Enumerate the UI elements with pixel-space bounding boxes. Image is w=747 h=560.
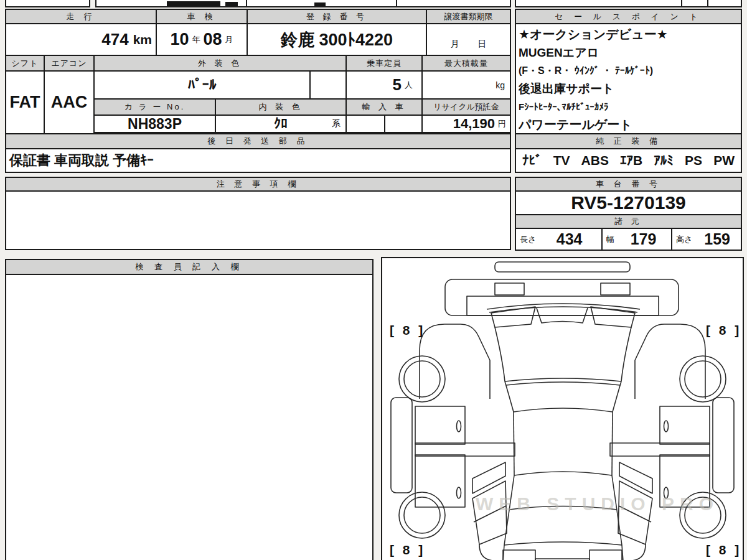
quarter-unfold-upper	[472, 462, 505, 493]
cut-row-fragment	[681, 0, 708, 7]
rear-bumper-notch-right	[590, 550, 622, 560]
recycle-fee-value: 14,190 円	[421, 114, 511, 133]
cut-row-fragment	[396, 0, 511, 7]
capacity-unit: 人	[405, 80, 413, 91]
shift-value: FAT	[5, 70, 45, 134]
exterior-color-sub-cell	[309, 70, 347, 100]
equipment-item: PW	[713, 153, 735, 168]
cut-text-smudge	[314, 2, 326, 6]
sales-point-line: 後退出庫サポート	[519, 80, 738, 98]
side-panels-left	[391, 324, 515, 560]
transfer-docs-header: 譲渡書類期限	[426, 9, 511, 24]
registration-value: 鈴鹿 300ﾄ4220	[247, 23, 427, 56]
equipment-header: 純 正 装 備	[515, 133, 742, 149]
chassis-number-value: RV5-1270139	[515, 190, 742, 215]
import-car-header: 輸 入 車	[345, 98, 423, 116]
rear-door-shape	[415, 455, 465, 507]
inspection-year: 10	[170, 30, 189, 49]
sales-points-box: ★オークションデビュー★ MUGENエアロ (F・S・R・ ｳｲﾝｸﾞ ・ ﾃｰ…	[515, 23, 742, 134]
tire-mark-rear-right: [ 8 ]	[706, 543, 741, 558]
inspection-month: 08	[204, 30, 222, 49]
car-diagram	[382, 258, 743, 560]
mileage-header: 走 行	[5, 9, 157, 24]
spec-length-label: 長さ	[520, 234, 536, 245]
front-fender-shape	[420, 324, 490, 399]
rear-bumper-notch-left	[503, 550, 535, 560]
mileage-unit: km	[133, 32, 152, 47]
roof-rear-arc	[514, 472, 612, 475]
equipment-value: ﾅﾋﾞ TV ABS ｴｱB ｱﾙﾐ PS PW	[515, 148, 742, 173]
capacity-header: 乗車定員	[345, 55, 423, 72]
mileage-number: 474	[101, 30, 128, 49]
sales-point-line: ★オークションデビュー★	[519, 26, 738, 44]
aircon-value: AAC	[44, 70, 95, 134]
sales-point-line: (F・S・R・ ｳｲﾝｸﾞ ・ ﾃｰﾙｹﾞｰﾄ)	[519, 62, 738, 80]
spec-width: 幅 179	[601, 228, 672, 251]
cut-row-fragment	[707, 0, 742, 7]
inspector-header: 検 査 員 記 入 欄	[5, 259, 374, 275]
color-no-header: カ ラ ー No.	[93, 98, 216, 116]
equipment-item: ABS	[581, 153, 609, 168]
spec-height: 高さ 159	[671, 228, 742, 251]
front-wheel-inner	[404, 361, 440, 397]
hood-bottom-arc	[505, 378, 621, 381]
front-bumper-shape	[495, 262, 630, 272]
headlight-right-shape	[601, 283, 630, 295]
mileage-value: 474 km	[5, 23, 157, 56]
auction-sheet: 走 行 車 検 登 録 番 号 譲渡書類期限 474 km 10 年 08 月 …	[0, 0, 747, 560]
interior-color-value: ｸﾛ 系	[215, 114, 347, 133]
sill-strip-shape	[391, 398, 412, 493]
tire-mark-rear-left: [ 8 ]	[390, 543, 425, 558]
spec-height-value: 159	[697, 230, 737, 248]
equipment-item: ﾅﾋﾞ	[522, 153, 542, 168]
recycle-fee-unit: 円	[498, 118, 506, 129]
cabin-side-left	[514, 412, 514, 475]
transfer-month-unit: 月	[451, 39, 459, 50]
aircon-header: エアコン	[44, 55, 95, 72]
capacity-value: 5 人	[345, 70, 423, 100]
rear-window-arc	[509, 506, 617, 510]
spec-width-label: 幅	[606, 234, 614, 245]
front-door-shape	[415, 406, 465, 444]
cut-text-smudge	[167, 1, 220, 6]
recycle-fee-header: リサイクル預託金	[421, 98, 511, 116]
shift-header: シフト	[5, 55, 45, 72]
inspection-year-unit: 年	[192, 34, 200, 45]
rocker-band-shape	[415, 443, 515, 456]
windshield-left-pane	[491, 307, 535, 327]
hood-bottom-arc	[506, 382, 620, 385]
import-car-cell-1	[345, 114, 385, 133]
quarter-unfold-line	[474, 506, 506, 522]
cabin-side-right	[612, 412, 613, 475]
door-handle-front	[457, 421, 461, 432]
front-wheel-outer	[399, 356, 445, 402]
equipment-item: ｱﾙﾐ	[654, 153, 674, 168]
front-clip-shape	[445, 279, 679, 315]
interior-color-text: ｸﾛ	[274, 116, 288, 132]
exterior-color-value: ﾊﾟｰﾙ	[93, 70, 311, 100]
inspection-value: 10 年 08 月	[156, 23, 248, 56]
spec-height-label: 高さ	[676, 234, 692, 245]
spec-length-value: 434	[541, 230, 598, 248]
inspector-box	[5, 274, 374, 560]
rear-corner-swoosh	[479, 544, 503, 560]
capacity-number: 5	[393, 75, 402, 95]
recycle-fee-number: 14,190	[453, 116, 495, 132]
later-parts-header: 後 日 発 送 部 品	[5, 133, 511, 149]
windshield-right-pane	[591, 307, 635, 327]
sales-point-line: パワーテールゲート	[519, 116, 738, 134]
rear-wheel-outer	[399, 492, 445, 538]
headlight-left-shape	[495, 283, 524, 295]
notes-box	[5, 190, 511, 250]
max-load-unit: kg	[496, 80, 505, 90]
specs-header: 諸 元	[515, 214, 742, 229]
roof-front-arc	[514, 408, 613, 412]
gate-bottom-arc	[504, 542, 622, 545]
spec-length: 長さ 434	[515, 228, 603, 251]
tire-mark-front-right: [ 8 ]	[706, 323, 741, 338]
max-load-value: kg	[421, 70, 511, 100]
inspection-header: 車 検	[156, 9, 248, 24]
import-car-cell-2	[384, 114, 423, 133]
spec-width-value: 179	[619, 230, 667, 248]
hood-side-right	[621, 327, 631, 381]
